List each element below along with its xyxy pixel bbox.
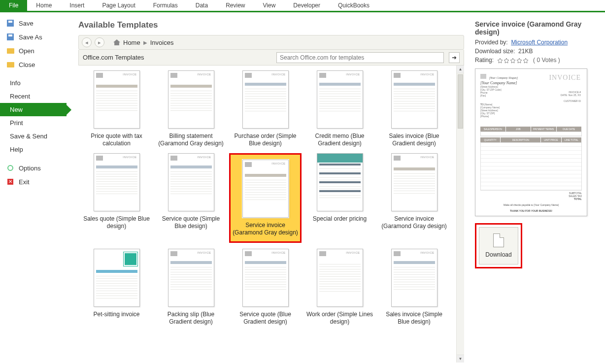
tab-developer[interactable]: Developer xyxy=(284,0,329,11)
scroll-thumb[interactable] xyxy=(458,74,463,129)
nav-back-button[interactable]: ◂ xyxy=(82,37,92,47)
download-button[interactable]: Download xyxy=(479,227,518,265)
template-preview: INVOICE [Your Company Slogan] [Your Comp… xyxy=(475,68,587,216)
template-label: Credit memo (Blue Gradient design) xyxy=(303,132,376,147)
template-tile[interactable]: INVOICECredit memo (Blue Gradient design… xyxy=(303,70,376,147)
template-tile[interactable]: Special order pricing xyxy=(303,153,376,243)
tab-file[interactable]: File xyxy=(0,0,27,11)
scroll-up-button[interactable]: ▲ xyxy=(457,66,464,73)
tab-page-layout[interactable]: Page Layout xyxy=(93,0,144,11)
tab-data[interactable]: Data xyxy=(187,0,217,11)
backstage-nav: Save Save As Open Close Info Recent New … xyxy=(0,12,67,363)
download-size: Download size: 21KB xyxy=(475,48,595,55)
save-as-icon xyxy=(6,33,15,41)
template-label: Service invoice (Garamond Gray design) xyxy=(231,222,300,236)
download-highlight: Download xyxy=(475,223,522,268)
nav-close[interactable]: Close xyxy=(0,58,67,71)
template-tile[interactable]: INVOICEService invoice (Garamond Gray de… xyxy=(378,153,450,243)
nav-new[interactable]: New xyxy=(0,103,67,116)
options-icon xyxy=(6,164,15,172)
ribbon: File Home Insert Page Layout Formulas Da… xyxy=(0,0,605,12)
template-tile[interactable]: INVOICEPurchase order (Simple Blue desig… xyxy=(229,70,302,147)
template-label: Sales quote (Simple Blue design) xyxy=(80,215,153,230)
template-label: Billing statement (Garamond Gray design) xyxy=(155,132,227,147)
provided-by: Provided by: Microsoft Corporation xyxy=(475,39,595,46)
template-label: Service invoice (Garamond Gray design) xyxy=(378,215,450,230)
search-input[interactable] xyxy=(276,52,444,63)
templates-heading: Available Templates xyxy=(78,20,464,30)
template-label: Special order pricing xyxy=(311,215,369,230)
nav-help[interactable]: Help xyxy=(0,143,67,156)
nav-exit[interactable]: ✕Exit xyxy=(0,175,67,189)
tab-review[interactable]: Review xyxy=(217,0,254,11)
download-label: Download xyxy=(485,251,511,258)
home-icon[interactable] xyxy=(113,39,120,45)
breadcrumb-home[interactable]: Home xyxy=(123,39,140,46)
exit-icon: ✕ xyxy=(6,178,15,186)
scrollbar[interactable]: ▲ ▼ xyxy=(456,66,464,363)
templates-gallery: INVOICEPrice quote with tax calculationI… xyxy=(78,66,464,331)
open-icon xyxy=(6,47,15,55)
search-go-button[interactable]: ➜ xyxy=(449,52,460,63)
close-icon xyxy=(6,61,15,68)
nav-save[interactable]: Save xyxy=(0,16,67,30)
template-tile[interactable]: INVOICESales quote (Simple Blue design) xyxy=(80,153,153,243)
nav-save-as[interactable]: Save As xyxy=(0,30,67,44)
provider-link[interactable]: Microsoft Corporation xyxy=(511,39,568,46)
preview-invoice-word: INVOICE xyxy=(549,74,581,82)
source-label: Office.com Templates xyxy=(83,54,144,61)
save-icon xyxy=(6,19,15,27)
templates-panel: Available Templates ◂ ▸ Home ▶ Invoices … xyxy=(67,12,473,363)
template-label: Sales invoice (Simple Blue design) xyxy=(378,311,450,326)
template-label: Service quote (Simple Blue design) xyxy=(155,215,227,230)
tab-view[interactable]: View xyxy=(254,0,285,11)
template-label: Price quote with tax calculation xyxy=(80,132,153,147)
nav-info[interactable]: Info xyxy=(0,76,67,90)
chevron-right-icon: ▶ xyxy=(143,40,147,45)
breadcrumb: ◂ ▸ Home ▶ Invoices xyxy=(78,35,464,50)
template-tile[interactable]: INVOICESales invoice (Blue Gradient desi… xyxy=(378,70,450,147)
template-tile[interactable]: INVOICEPrice quote with tax calculation xyxy=(80,70,153,147)
tab-home[interactable]: Home xyxy=(27,0,61,11)
template-label: Packing slip (Blue Gradient design) xyxy=(155,311,227,326)
templates-toolbar: Office.com Templates ➜ xyxy=(78,50,464,66)
nav-print[interactable]: Print xyxy=(0,116,67,130)
nav-open[interactable]: Open xyxy=(0,44,67,58)
tab-quickbooks[interactable]: QuickBooks xyxy=(329,0,378,11)
template-label: Purchase order (Simple Blue design) xyxy=(229,132,302,147)
document-icon xyxy=(493,233,504,247)
nav-save-send[interactable]: Save & Send xyxy=(0,130,67,143)
template-label: Work order (Simple Lines design) xyxy=(303,311,376,326)
scroll-down-button[interactable]: ▼ xyxy=(457,355,464,363)
rating-stars[interactable] xyxy=(497,58,529,64)
template-tile[interactable]: INVOICEService quote (Blue Gradient desi… xyxy=(229,249,302,326)
tab-insert[interactable]: Insert xyxy=(61,0,93,11)
nav-options[interactable]: Options xyxy=(0,161,67,175)
template-tile[interactable]: INVOICEPacking slip (Blue Gradient desig… xyxy=(155,249,227,326)
template-tile[interactable]: INVOICEWork order (Simple Lines design) xyxy=(303,249,376,326)
nav-forward-button[interactable]: ▸ xyxy=(95,37,104,47)
template-label: Pet-sitting invoice xyxy=(91,311,141,326)
template-tile[interactable]: INVOICESales invoice (Simple Blue design… xyxy=(378,249,450,326)
template-tile[interactable]: Pet-sitting invoice xyxy=(80,249,153,326)
template-tile[interactable]: INVOICEService quote (Simple Blue design… xyxy=(155,153,227,243)
tab-formulas[interactable]: Formulas xyxy=(144,0,187,11)
nav-recent[interactable]: Recent xyxy=(0,90,67,103)
template-details: Service invoice (Garamond Gray design) P… xyxy=(473,12,605,363)
breadcrumb-current: Invoices xyxy=(150,39,174,46)
template-label: Sales invoice (Blue Gradient design) xyxy=(378,132,450,147)
template-tile[interactable]: INVOICEService invoice (Garamond Gray de… xyxy=(229,153,302,243)
template-title: Service invoice (Garamond Gray design) xyxy=(475,20,595,36)
rating: Rating: ( 0 Votes ) xyxy=(475,57,595,64)
template-tile[interactable]: INVOICEBilling statement (Garamond Gray … xyxy=(155,70,227,147)
vote-count: ( 0 Votes ) xyxy=(533,57,560,64)
template-label: Service quote (Blue Gradient design) xyxy=(229,311,302,326)
